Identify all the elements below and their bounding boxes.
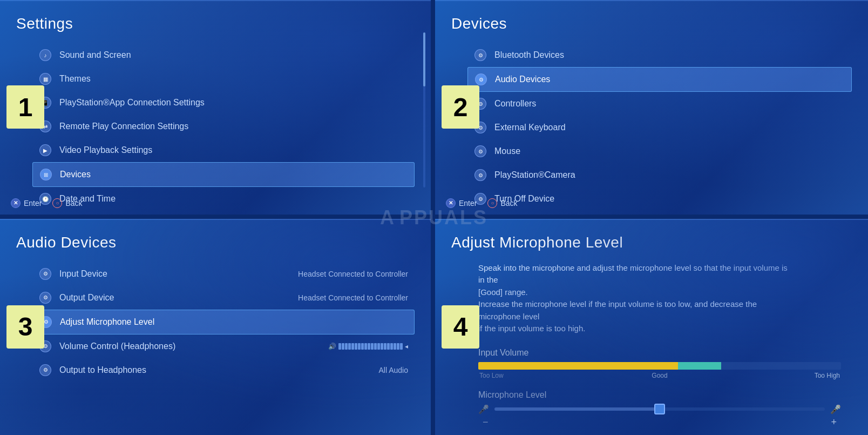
bluetooth-icon: ⚙	[474, 49, 487, 62]
mic-level-title: Adjust Microphone Level	[451, 234, 852, 251]
settings-item-sound[interactable]: ♪ Sound and Screen	[32, 43, 415, 67]
o-button-icon-2: ○	[487, 198, 497, 208]
mic-slider-thumb[interactable]	[654, 404, 665, 414]
settings-item-themes[interactable]: ▦ Themes	[32, 67, 415, 91]
mic-minus-label: −	[483, 417, 489, 428]
volume-yellow-fill	[478, 362, 678, 370]
settings-item-app[interactable]: 📱 PlayStation®App Connection Settings	[32, 91, 415, 115]
mic-slider[interactable]	[494, 407, 825, 411]
camera-icon: ⚙	[474, 169, 487, 182]
settings-panel: Settings 1 ♪ Sound and Screen ▦ Themes 📱…	[0, 0, 433, 217]
devices-title: Devices	[451, 15, 852, 32]
input-volume-section: Input Volume Too Low Good Too High	[478, 348, 841, 379]
audio-item-volume[interactable]: ⚙ Volume Control (Headphones) 🔊 ◂	[32, 334, 415, 358]
audio-item-output[interactable]: ⚙ Output Device Headset Connected to Con…	[32, 286, 415, 310]
headphones-icon: ⚙	[39, 364, 52, 377]
devices-panel: Devices 2 ⚙ Bluetooth Devices ⚙ Audio De…	[435, 0, 868, 217]
devices-item-keyboard[interactable]: ⚙ External Keyboard	[467, 116, 852, 139]
settings-item-video[interactable]: ▶ Video Playback Settings	[32, 138, 415, 162]
back-button-2[interactable]: ○ Back	[487, 198, 517, 208]
back-button[interactable]: ○ Back	[52, 198, 82, 208]
volume-teal-fill	[678, 362, 722, 370]
sound-icon: ♪	[39, 49, 52, 62]
mic-plus-icon: 🎤	[830, 404, 841, 414]
settings-menu: ♪ Sound and Screen ▦ Themes 📱 PlayStatio…	[16, 43, 415, 217]
settings-item-remote[interactable]: ⇄ Remote Play Connection Settings	[32, 115, 415, 138]
audio-item-mic[interactable]: ⚙ Adjust Microphone Level	[32, 310, 415, 334]
input-device-icon: ⚙	[39, 267, 52, 280]
devices-item-audio[interactable]: ⚙ Audio Devices	[467, 67, 852, 92]
devices-item-turnoff[interactable]: ⚙ Turn Off Device	[467, 187, 852, 211]
audio-devices-menu: ⚙ Input Device Headset Connected to Cont…	[16, 262, 415, 382]
enter-button-2[interactable]: ✕ Enter	[446, 198, 477, 208]
mic-description: Speak into the microphone and adjust the…	[478, 262, 791, 335]
scrollbar-thumb[interactable]	[423, 32, 425, 86]
devices-item-mouse[interactable]: ⚙ Mouse	[467, 139, 852, 163]
mic-level-section: Microphone Level 🎤 🎤 − +	[478, 390, 841, 428]
x-button-icon-2: ✕	[446, 198, 456, 208]
devices-item-bluetooth[interactable]: ⚙ Bluetooth Devices	[467, 43, 852, 67]
settings-item-datetime[interactable]: 🕐 Date and Time	[32, 187, 415, 211]
settings-footer: ✕ Enter ○ Back	[11, 198, 83, 208]
input-volume-label: Input Volume	[478, 348, 841, 358]
mic-slider-fill	[494, 407, 660, 411]
audio-devices-title: Audio Devices	[16, 234, 415, 251]
mic-minus-icon: 🎤	[478, 404, 489, 414]
number-label-3: 3	[6, 305, 44, 349]
themes-icon: ▦	[39, 72, 52, 85]
mouse-icon: ⚙	[474, 145, 487, 158]
audio-item-input[interactable]: ⚙ Input Device Headset Connected to Cont…	[32, 262, 415, 286]
mic-slider-container: 🎤 🎤	[478, 404, 841, 414]
number-label-2: 2	[442, 85, 479, 129]
devices-menu: ⚙ Bluetooth Devices ⚙ Audio Devices ⚙ Co…	[451, 43, 852, 211]
devices-item-camera[interactable]: ⚙ PlayStation®Camera	[467, 163, 852, 187]
audio-icon: ⚙	[474, 73, 487, 86]
settings-item-language[interactable]: A Language	[32, 211, 415, 217]
input-volume-bar	[478, 362, 841, 370]
mic-level-panel: Adjust Microphone Level 4 Speak into the…	[435, 219, 868, 436]
audio-item-headphones[interactable]: ⚙ Output to Headphones All Audio	[32, 358, 415, 382]
o-button-icon: ○	[52, 198, 62, 208]
devices-footer: ✕ Enter ○ Back	[446, 198, 518, 208]
number-label-1: 1	[6, 85, 44, 129]
audio-devices-panel: Audio Devices 3 ⚙ Input Device Headset C…	[0, 219, 433, 436]
output-device-icon: ⚙	[39, 291, 52, 304]
mic-plus-label: +	[831, 417, 837, 428]
settings-title: Settings	[16, 15, 415, 32]
settings-item-devices[interactable]: ⊞ Devices	[32, 162, 415, 187]
video-icon: ▶	[39, 144, 52, 157]
number-label-4: 4	[442, 305, 479, 349]
slider-range-labels: Too Low Good Too High	[478, 372, 841, 379]
devices-icon: ⊞	[39, 168, 52, 181]
volume-bar	[338, 343, 403, 350]
x-button-icon: ✕	[11, 198, 21, 208]
enter-button[interactable]: ✕ Enter	[11, 198, 42, 208]
scrollbar-track[interactable]	[423, 32, 425, 188]
mic-level-label: Microphone Level	[478, 390, 841, 400]
language-icon: A	[39, 216, 52, 217]
devices-item-controllers[interactable]: ⚙ Controllers	[467, 92, 852, 116]
